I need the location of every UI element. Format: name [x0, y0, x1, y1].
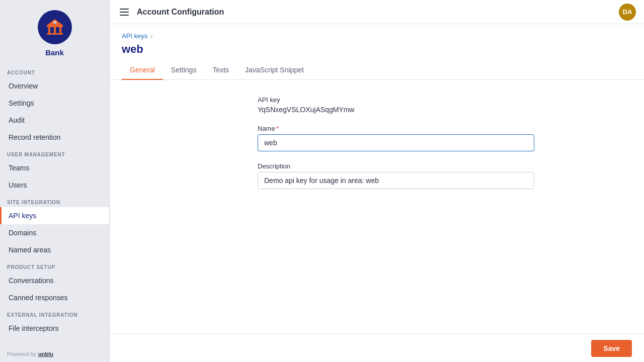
svg-rect-2	[54, 27, 56, 33]
tab-settings[interactable]: Settings	[163, 61, 205, 80]
breadcrumb: API keys ›	[122, 32, 632, 40]
api-key-value: YqSNxegVSLOXujASqgMYmw	[258, 106, 534, 114]
svg-rect-3	[59, 27, 61, 33]
sidebar-item-canned-responses[interactable]: Canned responses	[0, 289, 109, 306]
description-label: Description	[258, 162, 534, 170]
page-header: API keys › web	[110, 24, 644, 56]
hamburger-button[interactable]	[118, 7, 131, 18]
api-key-label: API key	[258, 96, 534, 104]
description-input[interactable]	[258, 172, 534, 189]
section-label-site-integration: SITE INTEGRATION	[0, 194, 109, 207]
svg-text:$: $	[54, 22, 55, 25]
brand-name: Bank	[45, 48, 64, 57]
section-label-account: ACCOUNT	[0, 64, 109, 77]
tabs-bar: General Settings Texts JavaScript Snippe…	[110, 61, 644, 80]
tab-general[interactable]: General	[122, 61, 163, 80]
form-area: API key YqSNxegVSLOXujASqgMYmw Name* Des…	[110, 80, 644, 362]
svg-rect-1	[48, 27, 50, 33]
sidebar-item-teams[interactable]: Teams	[0, 159, 109, 176]
save-button[interactable]: Save	[591, 340, 632, 357]
section-label-external-integration: EXTERNAL INTEGRATION	[0, 306, 109, 320]
powered-by: Powered by unblu	[0, 346, 109, 362]
tab-texts[interactable]: Texts	[204, 61, 237, 80]
topbar-title: Account Configuration	[137, 8, 613, 17]
sidebar-item-conversations[interactable]: Conversations	[0, 272, 109, 289]
required-star: *	[276, 125, 279, 132]
sidebar-logo-area: $ Bank	[0, 0, 109, 64]
sidebar-item-api-keys[interactable]: API keys	[0, 207, 109, 224]
name-field-group: Name*	[258, 125, 534, 151]
topbar: Account Configuration DA	[110, 0, 644, 24]
sidebar-item-overview[interactable]: Overview	[0, 77, 109, 95]
sidebar-item-settings[interactable]: Settings	[0, 95, 109, 112]
section-label-product-setup: PRODUCT SETUP	[0, 258, 109, 272]
footer-bar: Save	[110, 334, 644, 362]
sidebar-item-file-interceptors[interactable]: File interceptors	[0, 320, 109, 337]
sidebar-item-named-areas[interactable]: Named areas	[0, 241, 109, 258]
sidebar: $ Bank ACCOUNT Overview Settings Audit R…	[0, 0, 110, 362]
sidebar-item-users[interactable]: Users	[0, 176, 109, 194]
name-input[interactable]	[258, 134, 534, 151]
content-area: API keys › web General Settings Texts Ja…	[110, 24, 644, 362]
form-inner: API key YqSNxegVSLOXujASqgMYmw Name* Des…	[258, 96, 534, 200]
breadcrumb-separator: ›	[150, 32, 152, 40]
breadcrumb-parent-link[interactable]: API keys	[122, 32, 147, 40]
page-title: web	[122, 43, 632, 56]
description-field-group: Description	[258, 162, 534, 189]
tab-javascript-snippet[interactable]: JavaScript Snippet	[237, 61, 312, 80]
logo-icon: $	[38, 10, 72, 44]
api-key-field-group: API key YqSNxegVSLOXujASqgMYmw	[258, 96, 534, 114]
svg-rect-4	[47, 33, 63, 35]
svg-rect-0	[47, 25, 63, 27]
unblu-brand: unblu	[38, 351, 53, 357]
name-label: Name*	[258, 125, 534, 132]
avatar[interactable]: DA	[619, 4, 636, 21]
main-area: Account Configuration DA API keys › web …	[110, 0, 644, 362]
sidebar-item-audit[interactable]: Audit	[0, 112, 109, 129]
sidebar-item-record-retention[interactable]: Record retention	[0, 129, 109, 146]
sidebar-item-domains[interactable]: Domains	[0, 224, 109, 241]
section-label-user-management: USER MANAGEMENT	[0, 146, 109, 159]
